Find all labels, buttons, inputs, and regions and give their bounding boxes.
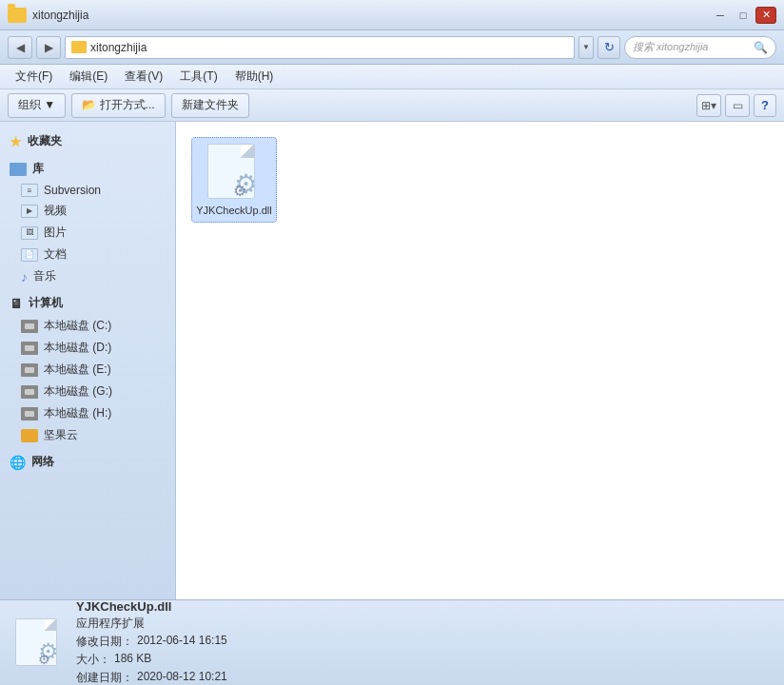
sidebar-image-label: 图片 xyxy=(44,225,67,241)
sidebar-disk2-label: 本地磁盘 (D:) xyxy=(44,340,111,356)
view-toggle-button[interactable]: ⊞▾ xyxy=(696,94,721,117)
title-bar: xitongzhijia ─ □ ✕ xyxy=(0,0,784,30)
status-info: YJKCheckUp.dll 应用程序扩展 修改日期： 2012-06-14 1… xyxy=(76,599,227,685)
menu-help[interactable]: 帮助(H) xyxy=(227,67,282,87)
sidebar-item-disk-e[interactable]: 本地磁盘 (E:) xyxy=(0,359,175,381)
network-icon: 🌐 xyxy=(10,455,26,470)
sidebar: ★ 收藏夹 库 ≡ Subversion ▶ 视频 🖼 图片 � xyxy=(0,122,176,599)
organize-button[interactable]: 组织 ▼ xyxy=(8,93,66,118)
menu-edit[interactable]: 编辑(E) xyxy=(62,67,115,87)
sidebar-doc-label: 文档 xyxy=(44,246,67,263)
help-button[interactable]: ? xyxy=(754,94,776,117)
sidebar-item-video[interactable]: ▶ 视频 xyxy=(0,200,175,222)
status-bar: ⚙ ⚙ YJKCheckUp.dll 应用程序扩展 修改日期： 2012-06-… xyxy=(0,599,784,685)
sidebar-library-header: 库 xyxy=(0,157,175,181)
sidebar-library-section: 库 ≡ Subversion ▶ 视频 🖼 图片 📄 文档 ♪ 音乐 xyxy=(0,157,175,287)
status-size-row: 大小： 186 KB xyxy=(76,652,227,668)
search-text: 搜索 xitongzhijia xyxy=(633,40,750,54)
address-dropdown-button[interactable]: ▼ xyxy=(578,36,594,59)
address-bar-container: xitongzhijia ▼ ↻ xyxy=(65,36,620,59)
sidebar-item-image[interactable]: 🖼 图片 xyxy=(0,222,175,244)
sidebar-item-music[interactable]: ♪ 音乐 xyxy=(0,265,175,287)
search-bar[interactable]: 搜索 xitongzhijia 🔍 xyxy=(624,36,776,59)
nav-bar: ◀ ▶ xitongzhijia ▼ ↻ 搜索 xitongzhijia 🔍 xyxy=(0,30,784,65)
content-area: ⚙ ⚙ YJKCheckUp.dll xyxy=(176,122,784,599)
pane-button[interactable]: ▭ xyxy=(725,94,750,117)
sidebar-item-subversion[interactable]: ≡ Subversion xyxy=(0,181,175,200)
sidebar-disk1-label: 本地磁盘 (C:) xyxy=(44,318,111,334)
sidebar-disk3-label: 本地磁盘 (E:) xyxy=(44,362,111,378)
close-button[interactable]: ✕ xyxy=(755,7,776,24)
file-item-yjkcheckup[interactable]: ⚙ ⚙ YJKCheckUp.dll xyxy=(191,137,277,223)
status-created-label: 创建日期： xyxy=(76,670,133,685)
status-file-icon: ⚙ ⚙ xyxy=(15,618,61,668)
title-bar-controls: ─ □ ✕ xyxy=(710,7,776,24)
back-button[interactable]: ◀ xyxy=(8,36,32,59)
library-folder-icon xyxy=(10,163,27,176)
main-area: ★ 收藏夹 库 ≡ Subversion ▶ 视频 🖼 图片 � xyxy=(0,122,784,599)
status-filename: YJKCheckUp.dll xyxy=(76,599,227,614)
menu-view[interactable]: 查看(V) xyxy=(117,67,170,87)
dll-icon-page: ⚙ ⚙ xyxy=(207,144,255,199)
status-type-row: 应用程序扩展 xyxy=(76,616,227,632)
sidebar-item-disk-g[interactable]: 本地磁盘 (G:) xyxy=(0,381,175,402)
new-folder-button[interactable]: 新建文件夹 xyxy=(171,93,249,118)
forward-button[interactable]: ▶ xyxy=(36,36,61,59)
sidebar-nuts-label: 坚果云 xyxy=(44,427,78,443)
sidebar-item-doc[interactable]: 📄 文档 xyxy=(0,244,175,265)
sidebar-disk4-label: 本地磁盘 (G:) xyxy=(44,383,112,400)
disk-c-icon xyxy=(21,320,38,333)
subversion-icon: ≡ xyxy=(21,184,38,197)
sidebar-computer-header: 🖥 计算机 xyxy=(0,291,175,315)
sidebar-network-section: 🌐 网络 xyxy=(0,450,175,474)
image-icon: 🖼 xyxy=(21,226,38,240)
menu-file[interactable]: 文件(F) xyxy=(8,67,60,87)
maximize-button[interactable]: □ xyxy=(733,7,754,24)
sidebar-item-nuts[interactable]: 坚果云 xyxy=(0,424,175,446)
address-bar[interactable]: xitongzhijia xyxy=(65,36,575,59)
title-bar-left: xitongzhijia xyxy=(8,8,88,23)
address-folder-icon xyxy=(71,41,87,53)
sidebar-library-label: 库 xyxy=(32,161,44,177)
music-icon: ♪ xyxy=(21,269,28,284)
sidebar-item-disk-c[interactable]: 本地磁盘 (C:) xyxy=(0,315,175,337)
toolbar-right: ⊞▾ ▭ ? xyxy=(696,94,776,117)
status-modified-row: 修改日期： 2012-06-14 16:15 xyxy=(76,634,227,650)
sidebar-favorites-section: ★ 收藏夹 xyxy=(0,129,175,153)
doc-icon: 📄 xyxy=(21,248,38,262)
sidebar-video-label: 视频 xyxy=(44,203,67,219)
nuts-icon xyxy=(21,429,38,442)
status-size-value: 186 KB xyxy=(114,652,151,668)
sidebar-network-header[interactable]: 🌐 网络 xyxy=(0,450,175,474)
sidebar-subversion-label: Subversion xyxy=(44,184,101,197)
sidebar-computer-section: 🖥 计算机 本地磁盘 (C:) 本地磁盘 (D:) 本地磁盘 (E:) 本地磁盘… xyxy=(0,291,175,446)
dll-file-icon: ⚙ ⚙ xyxy=(207,144,261,201)
disk-g-icon xyxy=(21,385,38,399)
status-size-label: 大小： xyxy=(76,652,110,668)
minimize-button[interactable]: ─ xyxy=(710,7,731,24)
menu-tools[interactable]: 工具(T) xyxy=(172,67,225,87)
gear-small-icon: ⚙ xyxy=(233,182,246,199)
status-modified-label: 修改日期： xyxy=(76,634,133,650)
status-created-value: 2020-08-12 10:21 xyxy=(137,670,227,685)
sidebar-item-disk-h[interactable]: 本地磁盘 (H:) xyxy=(0,402,175,424)
disk-e-icon xyxy=(21,363,38,377)
sidebar-music-label: 音乐 xyxy=(33,268,56,284)
search-icon: 🔍 xyxy=(754,41,768,54)
menu-bar: 文件(F) 编辑(E) 查看(V) 工具(T) 帮助(H) xyxy=(0,65,784,89)
address-text: xitongzhijia xyxy=(90,41,568,54)
status-icon-page: ⚙ ⚙ xyxy=(15,618,57,666)
sidebar-computer-label: 计算机 xyxy=(29,295,63,311)
title-folder-icon xyxy=(8,8,27,23)
disk-h-icon xyxy=(21,407,38,421)
open-with-button[interactable]: 📂 打开方式... xyxy=(71,93,165,118)
refresh-button[interactable]: ↻ xyxy=(598,36,620,59)
star-icon: ★ xyxy=(10,134,22,149)
sidebar-network-label: 网络 xyxy=(31,454,54,470)
video-icon: ▶ xyxy=(21,205,38,218)
computer-icon: 🖥 xyxy=(10,296,23,311)
title-text: xitongzhijia xyxy=(32,9,88,22)
toolbar: 组织 ▼ 📂 打开方式... 新建文件夹 ⊞▾ ▭ ? xyxy=(0,89,784,122)
sidebar-item-disk-d[interactable]: 本地磁盘 (D:) xyxy=(0,337,175,359)
sidebar-disk5-label: 本地磁盘 (H:) xyxy=(44,405,111,421)
